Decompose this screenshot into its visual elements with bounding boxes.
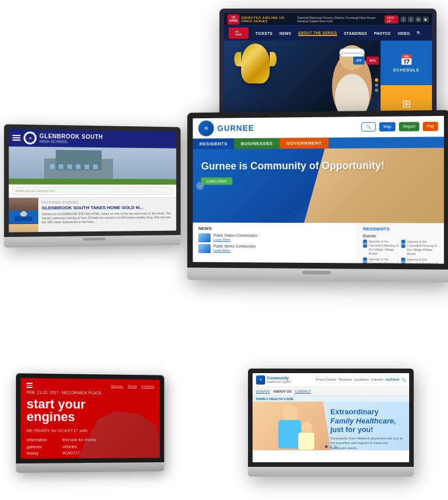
news-link-1[interactable]: Learn More [213,238,257,242]
hc-dot-2[interactable] [330,445,333,448]
svg-rect-12 [85,165,89,169]
laptop-glenbrook: ⚖ GLENBROOK SOUTH HIGH SCHOOL [4,124,181,258]
hc-nav-doctor[interactable]: Find a Doctor [316,378,337,382]
laptop-chicago: Sponsor Media Exhibitor FEB. 11-22, 2017… [16,373,164,484]
nav-search-icon[interactable]: 🔍 [417,31,421,35]
gurnee-btn-pay[interactable]: Pay [423,122,438,131]
chicago-nav-sponsor[interactable]: Sponsor [111,385,123,388]
glenbrook-hero-bg [9,146,176,185]
hc-nav-careers[interactable]: Careers [371,378,383,382]
hc-title-tagline: just for you! [330,425,373,434]
gurnee-btn-map[interactable]: Map [379,122,395,131]
chicago-link-galleries[interactable]: galleries [26,444,53,450]
hc-title-family: Family Healthcare, [330,417,396,425]
dot-3[interactable] [375,89,378,92]
nav-tickets[interactable]: TICKETS [255,31,273,35]
gurnee-header-nav: 🔍 Map Report Pay [362,122,438,131]
healthcare-laptop-body [248,467,414,477]
mother-svg [253,402,335,450]
healthcare-subnav: DONATE ABOUT US CONTACT [253,387,409,396]
hc-snav-contact[interactable]: CONTACT [295,390,311,393]
hc-snav-donate[interactable]: DONATE [256,390,270,393]
hc-snav-about[interactable]: ABOUT US [274,390,291,393]
instagram-icon[interactable]: in [415,17,421,22]
gurnee-btn-search[interactable]: 🔍 [362,122,376,131]
hc-nav-mychart[interactable]: myChart [386,378,399,382]
svg-point-22 [301,422,313,433]
gurnee-learn-btn[interactable]: Learn More [201,177,232,185]
healthcare-header-nav: Find a Doctor Services Locations Careers… [316,378,406,382]
glenbrook-laptop-body [4,235,181,247]
schedule-label: SCHEDULE [393,68,420,72]
chicago-link-info[interactable]: information [26,437,53,443]
gurnee-btn-report[interactable]: Report [399,122,419,131]
gurnee-laptop-body [187,267,448,282]
glenbrook-hero [9,146,176,185]
news-title-1: Police Station Construction [213,233,257,238]
hamburger-menu[interactable] [13,135,21,141]
svg-point-20 [282,405,298,421]
glenbrook-header: ⚖ GLENBROOK SOUTH HIGH SCHOOL [9,129,176,149]
twitter-icon[interactable]: t [408,17,414,22]
chicago-hamburger[interactable] [26,383,32,388]
gurnee-residents: RESIDENTS Events 12 Agenda of the Cancel… [357,223,444,263]
gurnee-name: GURNEE [217,123,254,133]
dot-1[interactable] [375,78,378,82]
dot-2[interactable] [375,83,378,87]
healthcare-hero: Extraordinary Family Healthcare, just fo… [253,402,409,450]
youtube-icon[interactable]: ▶ [423,17,429,22]
gurnee-logo: G GURNEE [198,120,254,137]
svg-rect-11 [76,165,81,169]
side-images [9,198,38,232]
event-date-3: 12 [363,257,367,263]
news-thumb-2 [198,244,210,253]
trophy-visual [235,43,275,112]
glenbrook-search: What are you looking for? [9,185,176,198]
trophy-cup [241,43,270,83]
search-placeholder: What are you looking for? [15,189,55,193]
chicago-laptop-body [16,462,164,473]
chicago-date: FEB. 11-22, 2017 · MCCORMICK PLACE [26,390,154,395]
schedule-box[interactable]: 📅 SCHEDULE [381,41,432,85]
school-name-area: GLENBROOK SOUTH HIGH SCHOOL [39,133,103,145]
nav-photos[interactable]: PHOTOS [374,31,390,35]
hc-dot-1[interactable] [325,445,328,448]
hc-hero-body: Community Care Network physicians are yo… [330,436,405,450]
event-desc-4: Agenda of the Cancelled Reading of the V… [407,258,438,264]
nav-about[interactable]: ABOUT THE SERIES [298,31,337,36]
chicago-nav-media[interactable]: Media [128,385,137,388]
school-hero-svg [9,146,176,185]
glenbrook-site: ⚖ GLENBROOK SOUTH HIGH SCHOOL [9,129,176,233]
chicago-link-history[interactable]: history [26,451,53,457]
svg-rect-21 [278,420,301,449]
news-link-2[interactable]: Learn More [213,249,256,252]
glenbrook-screen: ⚖ GLENBROOK SOUTH HIGH SCHOOL [4,124,181,237]
gurnee-site: G GURNEE 🔍 Map Report Pay RESIDENTS BUSI… [193,116,443,264]
glenbrook-main-content: FEATURED STORIES GLENBROOK SOUTH TAKES H… [38,198,176,233]
chicago-nav-exhibitor[interactable]: Exhibitor [141,385,154,388]
event-date-1: 12 [363,239,367,247]
hc-dot-3[interactable] [334,445,337,448]
svg-rect-8 [50,164,54,169]
snav-residents[interactable]: RESIDENTS [193,138,234,149]
chicago-link-media[interactable]: media preview [26,458,53,459]
chicago-topnav: Sponsor Media Exhibitor [26,383,154,389]
gurnee-bottom: News Police Station Construction Learn M… [193,223,443,264]
featured-label: FEATURED STORIES [42,201,173,205]
search-box[interactable]: What are you looking for? [13,187,173,195]
nav-standings[interactable]: STANDINGS [344,31,367,35]
snav-govt[interactable]: GOVERNMENT [279,138,329,149]
news-content-1: Police Station Construction Learn More [213,233,257,242]
hc-nav-services[interactable]: Services [339,378,352,382]
event-desc-3: Agenda of the Cancelled Meeting of the V… [369,257,399,263]
news-heading: News [198,226,351,231]
signup-button[interactable]: SIGN UP [385,15,398,23]
snav-businesses[interactable]: BUSINESSES [234,138,279,149]
event-desc-1: Agenda of the Cancelled Meeting of the V… [369,239,399,256]
facebook-icon[interactable]: f [401,17,406,22]
nav-video[interactable]: VIDEO [398,31,410,35]
nav-news[interactable]: NEWS [279,31,291,35]
hc-search-icon[interactable]: 🔍 [402,378,406,382]
hc-nav-locations[interactable]: Locations [354,378,369,382]
calendar-icon: 📅 [400,54,413,66]
